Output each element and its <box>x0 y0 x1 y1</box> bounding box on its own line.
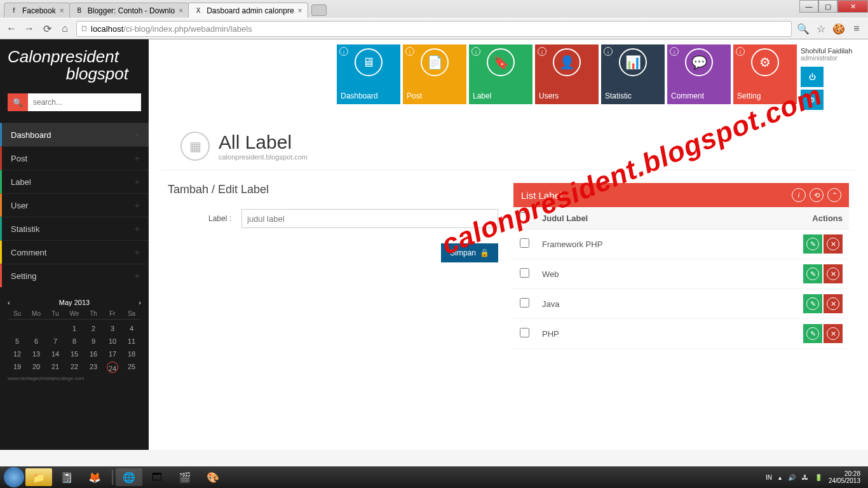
zoom-icon[interactable]: 🔍 <box>797 22 810 35</box>
cal-day[interactable]: 6 <box>27 336 46 346</box>
delete-button[interactable]: ✕ <box>824 264 843 283</box>
maximize-button[interactable]: ▢ <box>818 0 837 13</box>
browser-tab[interactable]: BBlogger: Contoh - Downlo× <box>69 3 189 18</box>
cal-day[interactable]: 16 <box>84 349 103 359</box>
sidebar-item-dashboard[interactable]: Dashboard+ <box>0 123 149 146</box>
search-input[interactable] <box>28 93 141 111</box>
row-checkbox[interactable] <box>520 298 529 308</box>
taskbar-firefox[interactable]: 🦊 <box>81 468 108 486</box>
cal-day[interactable]: 1 <box>65 323 84 334</box>
delete-button[interactable]: ✕ <box>824 324 843 343</box>
refresh-icon[interactable]: ⟲ <box>810 188 824 202</box>
info-icon[interactable]: i <box>792 188 806 202</box>
minimize-button[interactable]: — <box>799 0 818 13</box>
plus-icon: + <box>135 224 140 234</box>
browser-tab[interactable]: fFacebook× <box>4 3 70 18</box>
language-indicator[interactable]: IN <box>766 474 772 481</box>
edit-button[interactable]: ✎ <box>803 324 822 343</box>
save-button[interactable]: Simpan 🔒 <box>441 243 498 262</box>
sidebar-item-label[interactable]: Label+ <box>0 170 149 193</box>
taskbar-paint[interactable]: 🎨 <box>200 468 226 486</box>
tab-close-icon[interactable]: × <box>179 6 183 15</box>
bookmark-icon[interactable]: ☆ <box>815 22 827 35</box>
tray-up-icon[interactable]: ▴ <box>778 474 782 481</box>
close-window-button[interactable]: ✕ <box>837 0 868 13</box>
cal-day[interactable]: 19 <box>8 362 27 373</box>
browser-tab[interactable]: XDasboard admin calonpre× <box>188 3 308 18</box>
cal-day[interactable]: 15 <box>65 349 84 359</box>
cal-next-button[interactable]: › <box>139 299 141 306</box>
cal-day[interactable]: 13 <box>27 349 46 359</box>
favicon-icon: X <box>194 6 203 15</box>
row-checkbox[interactable] <box>520 268 529 278</box>
tile-label[interactable]: ↓🔖Label <box>469 44 532 104</box>
cal-day[interactable]: 7 <box>46 336 65 346</box>
settings-mini-button[interactable]: ⚙ <box>801 90 824 110</box>
cal-day[interactable]: 3 <box>103 323 122 334</box>
tile-setting[interactable]: ↓⚙Setting <box>733 44 797 104</box>
network-icon[interactable]: 🖧 <box>802 474 808 481</box>
tile-comment[interactable]: ↓💬Comment <box>667 44 731 104</box>
tile-users[interactable]: ↓👤Users <box>535 44 599 104</box>
cal-day[interactable]: 10 <box>103 336 122 346</box>
system-clock[interactable]: 20:28 24/05/2013 <box>829 470 864 484</box>
battery-icon[interactable]: 🔋 <box>815 474 822 481</box>
address-bar[interactable]: 🗋 localhost/ci-blog/index.php/webadmin/l… <box>76 21 792 37</box>
row-checkbox[interactable] <box>520 238 529 248</box>
page-title: All Label <box>219 132 308 153</box>
cal-day[interactable]: 25 <box>122 362 141 373</box>
taskbar-app1[interactable]: 🗔 <box>144 468 170 486</box>
start-button[interactable] <box>4 467 24 487</box>
sidebar-item-statistik[interactable]: Statistik+ <box>0 217 149 240</box>
cal-day[interactable]: 4 <box>122 323 141 334</box>
power-button[interactable]: ⏻ <box>801 67 824 87</box>
form-heading: Tambah / Edit Label <box>168 183 498 196</box>
new-tab-button[interactable] <box>311 4 327 16</box>
cal-day[interactable]: 5 <box>8 336 27 346</box>
cal-day[interactable]: 8 <box>65 336 84 346</box>
cal-day[interactable]: 17 <box>103 349 122 359</box>
taskbar-notepad[interactable]: 📓 <box>53 468 80 486</box>
volume-icon[interactable]: 🔊 <box>788 474 796 481</box>
cal-day[interactable]: 14 <box>46 349 65 359</box>
cal-day[interactable]: 23 <box>84 362 103 373</box>
reload-button[interactable]: ⟳ <box>41 22 53 35</box>
tab-close-icon[interactable]: × <box>298 6 302 15</box>
tile-statistic[interactable]: ↓📊Statistic <box>601 44 665 104</box>
tile-dashboard[interactable]: ↓🖥Dashboard <box>337 44 400 104</box>
taskbar-explorer[interactable]: 📁 <box>25 468 52 486</box>
cal-day[interactable]: 12 <box>8 349 27 359</box>
row-checkbox[interactable] <box>520 328 529 337</box>
sidebar-item-post[interactable]: Post+ <box>0 146 149 170</box>
taskbar-chrome[interactable]: 🌐 <box>116 468 142 486</box>
collapse-icon[interactable]: ⌃ <box>827 188 841 202</box>
sidebar-item-comment[interactable]: Comment+ <box>0 240 149 264</box>
cal-day[interactable]: 22 <box>65 362 84 373</box>
sidebar-item-setting[interactable]: Setting+ <box>0 264 149 287</box>
delete-button[interactable]: ✕ <box>824 294 843 313</box>
back-button[interactable]: ← <box>5 22 18 35</box>
cal-day[interactable]: 11 <box>122 336 141 346</box>
taskbar-app2[interactable]: 🎬 <box>172 468 198 486</box>
edit-button[interactable]: ✎ <box>803 234 822 254</box>
cal-day[interactable]: 20 <box>27 362 46 373</box>
home-button[interactable]: ⌂ <box>58 22 71 35</box>
cal-day[interactable]: 18 <box>122 349 141 359</box>
edit-button[interactable]: ✎ <box>803 294 822 313</box>
cal-day[interactable]: 21 <box>46 362 65 373</box>
delete-button[interactable]: ✕ <box>824 234 843 254</box>
cal-prev-button[interactable]: ‹ <box>8 299 10 306</box>
tab-close-icon[interactable]: × <box>60 6 64 15</box>
extension-icon[interactable]: 🍪 <box>832 22 845 35</box>
tile-post[interactable]: ↓📄Post <box>403 44 466 104</box>
edit-button[interactable]: ✎ <box>803 264 822 283</box>
select-all-checkbox[interactable] <box>520 212 529 222</box>
cal-day[interactable]: 24 <box>107 362 118 373</box>
cal-day[interactable]: 2 <box>84 323 103 334</box>
sidebar-item-user[interactable]: User+ <box>0 193 149 217</box>
label-input[interactable] <box>241 209 498 228</box>
forward-button[interactable]: → <box>23 22 36 35</box>
search-button[interactable]: 🔍 <box>8 93 28 111</box>
cal-day[interactable]: 9 <box>84 336 103 346</box>
menu-icon[interactable]: ≡ <box>850 22 863 35</box>
